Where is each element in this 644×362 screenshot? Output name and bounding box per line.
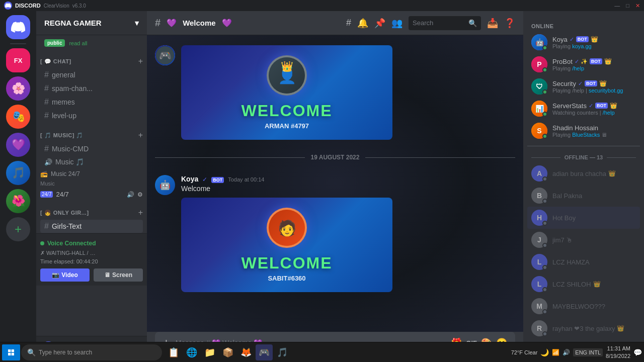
koya-bot-badge: BOT [576,36,589,42]
category-chat-label: [ 💬 CHAT] [40,58,71,65]
voice-online-dot [40,241,44,245]
server-icon-discord[interactable] [6,15,30,39]
inbox-icon[interactable]: 📥 [487,18,498,29]
taskbar-notification-icon[interactable]: 💬 [633,348,642,356]
voice-channel-info: ✗ WAITING-HALL / … [40,249,143,257]
server-name-bar[interactable]: REGNA GAMER ▾ [36,11,147,35]
serverstats-status [542,112,547,117]
pin-icon[interactable]: 📌 [374,18,385,29]
channel-general[interactable]: # general [40,68,143,81]
date-text: 19 AUGUST 2022 [305,154,366,161]
settings-icon[interactable]: ⚙ [137,191,143,198]
screen-button[interactable]: 🖥 Screen [94,268,143,282]
security-name: Security [552,80,576,87]
header-search[interactable]: 🔍 [409,16,481,30]
add-server-button[interactable]: + [6,217,30,241]
channel-girls-text[interactable]: # Girls-Text [40,220,143,233]
security-name-area: Security ✓ BOT 👑 Playing /help | securit… [552,80,636,94]
search-input[interactable] [413,19,465,27]
member-rayhan[interactable]: R rayhan ❤3 the galaxy 👑 [527,317,640,339]
probot-bot-badge: BOT [590,58,602,64]
member-probot[interactable]: P ProBot ✓ ✨ BOT 👑 Playing /help [527,53,640,75]
shadin-link[interactable]: BlueStacks [572,132,600,138]
category-chat[interactable]: [ 💬 CHAT] + [36,49,147,68]
date-divider: 19 AUGUST 2022 [147,150,523,165]
taskbar-lang[interactable]: ENG INTL [573,348,603,356]
member-balpakna[interactable]: B Bal Pakna [527,185,640,207]
server-icon-3[interactable]: 💜 [6,133,30,157]
taskbar-app-store[interactable]: 📦 [219,344,236,360]
chat-messages[interactable]: 🎮 👤 👑 WELCOME ARMA [147,35,523,332]
member-hotboy[interactable]: H Hot Boy [527,207,640,229]
voice-channel-name: ✗ WAITING-HALL / … [40,250,96,256]
channel-spam[interactable]: # spam-chan... [40,82,143,95]
hash-icon: # [44,98,49,107]
category-music-add[interactable]: + [138,131,143,140]
start-button[interactable] [2,344,20,360]
titlebar-controls[interactable]: — □ ✕ [614,3,640,9]
taskbar-app-explorer[interactable]: 📁 [201,344,218,360]
lczshiloh-name-row: LCZ SHILOH 👑 [552,281,636,288]
security-activity: Playing /help | securitybot.gg [552,87,636,94]
help-icon[interactable]: ❓ [504,18,515,29]
probot-activity-link[interactable]: /help [572,65,584,71]
taskbar-search-icon: 🔍 [27,348,36,356]
member-maybel[interactable]: M MAYBELWOO??? [527,295,640,317]
music-247-row: 📻 Music 24/7 [36,168,147,179]
taskbar-app-edge[interactable]: 🌐 [183,344,200,360]
server-icon-2[interactable]: 🎭 [6,105,30,129]
notification-icon[interactable]: 🔔 [357,18,368,29]
category-music[interactable]: [ 🎵 MUSIC] 🎵 + [36,123,147,142]
volume-icon[interactable]: 🔊 [127,191,134,198]
koya-status [542,45,547,50]
video-button[interactable]: 📷 Video [40,268,90,282]
maximize-button[interactable]: □ [626,3,629,9]
server-icon-fx[interactable]: FX [6,48,30,72]
koya-activity-link[interactable]: koya.gg [572,43,592,49]
taskbar-app-files[interactable]: 📋 [165,344,182,360]
member-lczshiloh[interactable]: L LCZ SHILOH 👑 [527,273,640,295]
taskbar-app-firefox[interactable]: 🦊 [237,344,255,360]
channel-heart2-icon: 💜 [222,18,232,28]
member-security[interactable]: 🛡 Security ✓ BOT 👑 Playing /help | secur… [527,75,640,98]
probot-name-row: ProBot ✓ ✨ BOT 👑 [552,58,636,65]
probot-activity: Playing /help [552,65,636,71]
member-shadin[interactable]: S Shadin Hossain Playing BlueStacks 🖥 [527,120,640,142]
security-link[interactable]: securitybot.gg [589,87,623,94]
koya-message-time: Today at 00:14 [228,176,264,183]
welcome-card-top: 👤 👑 WELCOME ARMAN #4797 [181,45,392,140]
channel-memes[interactable]: # memes [40,96,143,109]
taskbar-search[interactable]: 🔍 Type here to search [21,344,162,360]
member-jim7[interactable]: J jim7 🖱 [527,229,640,251]
taskbar-app-music[interactable]: 🎵 [274,344,291,360]
serverstats-link[interactable]: /help [603,110,615,116]
24-7-row[interactable]: 24/7 24/7 🔊 ⚙ [36,189,147,200]
category-chat-add[interactable]: + [138,57,143,66]
category-girls-add[interactable]: + [138,208,143,217]
minimize-button[interactable]: — [614,3,620,9]
taskbar-app-discord[interactable]: 🎮 [256,344,273,360]
member-lczhamza[interactable]: L LCZ HAMZA [527,251,640,273]
message-welcome-top: 🎮 👤 👑 WELCOME ARMA [147,43,523,142]
hashtag-icon[interactable]: # [346,18,351,28]
probot-check: ✓ ✨ [575,58,588,65]
server-icon-5[interactable]: 🌺 [6,189,30,213]
server-icon-4[interactable]: 🎵 [6,161,30,185]
security-bot-badge: BOT [585,80,597,86]
members-icon[interactable]: 👥 [391,18,403,29]
category-girls[interactable]: [ 👧 ONLY GIR...] + [36,200,147,219]
member-adian[interactable]: A adian bura chacha 👑 [527,162,640,185]
channel-levelup[interactable]: # level-up [40,109,143,122]
close-button[interactable]: ✕ [635,3,640,9]
member-koya[interactable]: 🤖 Koya ✓ BOT 👑 Playing koya.gg [527,31,640,53]
server-icon-1[interactable]: 🌸 [6,76,30,101]
channel-music-voice[interactable]: 🔊 Music 🎵 [40,156,143,168]
balpakna-avatar-wrapper: B [531,188,547,204]
hash-icon: # [44,222,49,231]
lczshiloh-avatar-wrapper: L [531,276,547,292]
member-serverstats[interactable]: 📊 ServerStats ✓ BOT 👑 Watching counters … [527,98,640,120]
channel-music-cmd[interactable]: # Music-CMD [40,142,143,155]
read-all-link[interactable]: read all [69,40,87,46]
jim7-status [542,243,547,248]
lczhamza-name: LCZ HAMZA [552,258,590,266]
